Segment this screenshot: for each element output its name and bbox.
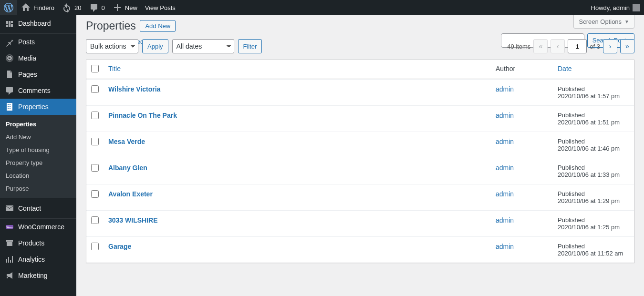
row-checkbox[interactable] [91, 216, 99, 224]
menu-products-label: Products [18, 239, 44, 247]
page-icon [5, 70, 14, 79]
svg-text:Woo: Woo [7, 226, 13, 229]
row-author-link[interactable]: admin [496, 243, 514, 250]
menu-contact-label: Contact [18, 204, 41, 212]
submenu-item-properties[interactable]: Properties [0, 118, 76, 131]
page-title: Properties [86, 15, 136, 34]
menu-posts[interactable]: Posts [0, 34, 76, 50]
row-date: Published2020/10/06 at 1:25 pm [553, 210, 634, 236]
row-date: Published2020/10/06 at 1:57 pm [553, 79, 634, 105]
menu-marketing[interactable]: Marketing [0, 267, 76, 284]
table-row: Pinnacle On The ParkadminPublished2020/1… [86, 105, 634, 132]
items-count: 49 items [507, 43, 530, 50]
menu-pages-label: Pages [18, 71, 37, 78]
menu-media[interactable]: Media [0, 50, 76, 66]
row-date: Published2020/10/06 at 1:29 pm [553, 184, 634, 210]
comments-icon [5, 86, 14, 95]
site-name-text: Findero [33, 4, 54, 11]
update-icon [62, 3, 72, 12]
plus-icon [113, 3, 122, 12]
menu-products[interactable]: Products [0, 235, 76, 251]
row-title-link[interactable]: Albany Glen [108, 164, 147, 172]
row-author-link[interactable]: admin [496, 190, 514, 198]
date-filter-select[interactable]: All dates [172, 39, 234, 53]
first-page-button: « [533, 39, 548, 53]
menu-dashboard[interactable]: Dashboard [0, 15, 76, 31]
row-checkbox[interactable] [91, 164, 99, 172]
column-title[interactable]: Title [104, 60, 491, 79]
menu-posts-label: Posts [18, 38, 35, 46]
wordpress-icon [4, 3, 13, 12]
screen-options-button[interactable]: Screen Options ▼ [573, 15, 634, 29]
menu-properties[interactable]: Properties [0, 99, 76, 115]
updates-link[interactable]: 20 [58, 0, 85, 15]
filter-button[interactable]: Filter [238, 39, 262, 53]
row-title-link[interactable]: 3033 WILSHIRE [108, 216, 157, 224]
row-checkbox[interactable] [91, 138, 99, 145]
menu-woocommerce[interactable]: Woo WooCommerce [0, 219, 76, 235]
row-title-link[interactable]: Avalon Exeter [108, 190, 153, 198]
avatar [633, 4, 640, 11]
menu-comments[interactable]: Comments [0, 82, 76, 99]
submenu-item-type-housing[interactable]: Type of housing [0, 143, 76, 156]
column-author: Author [491, 60, 553, 79]
row-author-link[interactable]: admin [496, 138, 514, 145]
comment-icon [89, 3, 99, 12]
last-page-button[interactable]: » [620, 39, 634, 53]
row-checkbox[interactable] [91, 112, 99, 119]
row-checkbox[interactable] [91, 85, 99, 93]
view-posts-link[interactable]: View Posts [141, 0, 179, 15]
row-date: Published2020/10/06 at 11:52 am [553, 236, 634, 263]
row-checkbox[interactable] [91, 190, 99, 198]
menu-analytics-label: Analytics [18, 255, 45, 263]
table-row: Avalon ExeteradminPublished2020/10/06 at… [86, 184, 634, 210]
row-author-link[interactable]: admin [496, 112, 514, 119]
add-new-button[interactable]: Add New [140, 20, 176, 32]
row-title-link[interactable]: Garage [108, 243, 131, 250]
submenu-item-add-new[interactable]: Add New [0, 131, 76, 143]
row-author-link[interactable]: admin [496, 85, 514, 93]
apply-button[interactable]: Apply [142, 39, 168, 53]
submenu-item-location[interactable]: Location [0, 169, 76, 182]
table-row: Mesa VerdeadminPublished2020/10/06 at 1:… [86, 132, 634, 158]
comments-link[interactable]: 0 [85, 0, 109, 15]
updates-count: 20 [74, 4, 81, 11]
view-posts-label: View Posts [145, 4, 176, 11]
comments-count: 0 [102, 4, 105, 11]
menu-pages[interactable]: Pages [0, 66, 76, 82]
row-author-link[interactable]: admin [496, 216, 514, 224]
chart-icon [5, 255, 14, 264]
row-checkbox[interactable] [91, 243, 99, 250]
next-page-button[interactable]: › [603, 39, 617, 53]
submenu-item-property-type[interactable]: Property type [0, 156, 76, 169]
new-content-link[interactable]: New [109, 0, 141, 15]
table-row: 3033 WILSHIREadminPublished2020/10/06 at… [86, 210, 634, 236]
menu-dashboard-label: Dashboard [18, 20, 51, 27]
row-title-link[interactable]: Mesa Verde [108, 138, 145, 145]
total-pages-label: of 3 [590, 43, 600, 50]
my-account[interactable]: Howdy, admin [587, 0, 644, 15]
woo-icon: Woo [5, 222, 14, 232]
wp-logo[interactable] [0, 0, 17, 15]
menu-analytics[interactable]: Analytics [0, 251, 76, 267]
mail-icon [5, 204, 14, 213]
row-date: Published2020/10/06 at 1:46 pm [553, 132, 634, 158]
submenu-item-purpose[interactable]: Purpose [0, 182, 76, 195]
current-page-input[interactable] [568, 39, 587, 53]
row-title-link[interactable]: Pinnacle On The Park [108, 112, 177, 119]
chevron-down-icon: ▼ [624, 19, 629, 24]
select-all-checkbox[interactable] [91, 65, 99, 72]
menu-properties-label: Properties [18, 103, 49, 111]
row-author-link[interactable]: admin [496, 164, 514, 172]
howdy-text: Howdy, admin [591, 4, 630, 11]
prev-page-button: ‹ [551, 39, 565, 53]
site-name-link[interactable]: Findero [17, 0, 58, 15]
megaphone-icon [5, 271, 14, 280]
submenu-properties: Properties Add New Type of housing Prope… [0, 115, 76, 198]
building-icon [5, 102, 14, 112]
row-title-link[interactable]: Wilshire Victoria [108, 85, 160, 93]
column-date[interactable]: Date [553, 60, 634, 79]
menu-contact[interactable]: Contact [0, 200, 76, 216]
bulk-actions-select[interactable]: Bulk actions [86, 39, 138, 53]
menu-woocommerce-label: WooCommerce [18, 223, 64, 231]
